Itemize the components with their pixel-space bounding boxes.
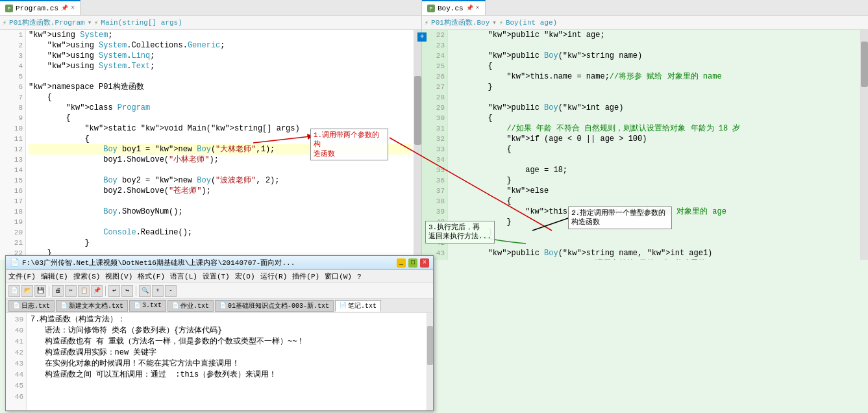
notepad-tab-label: 3.txt bbox=[142, 302, 162, 309]
notepad-title: F:\03广州传智.Net上课视频\DotNet16期基础班\上课内容\2014… bbox=[22, 258, 394, 268]
right-scrollbar[interactable] bbox=[860, 30, 868, 260]
notepad-tab-新建文本文档-txt[interactable]: 📄新建文本文档.txt bbox=[56, 300, 128, 312]
left-nav-method: Main(string[] args) bbox=[101, 19, 182, 27]
toolbar-save[interactable]: 💾 bbox=[34, 285, 46, 297]
notepad-close-button[interactable]: × bbox=[420, 258, 429, 268]
left-nav-class: P01构造函数.Program bbox=[9, 18, 85, 27]
notepad-line-numbers: 3940414243444546 bbox=[6, 313, 27, 410]
toolbar-sep3 bbox=[136, 286, 136, 296]
menu-format[interactable]: 格式(F) bbox=[138, 271, 165, 281]
toolbar-redo[interactable]: ↪ bbox=[121, 285, 133, 297]
notepad-tabs: 📄日志.txt📄新建文本文档.txt📄3.txt📄作业.txt📄01基础班知识点… bbox=[6, 299, 433, 313]
maximize-button[interactable]: □ bbox=[408, 258, 417, 268]
annotation-3: 3.执行完后，再返回来执行方法... bbox=[425, 221, 495, 244]
toolbar-open[interactable]: 📂 bbox=[21, 285, 33, 297]
toolbar-zoom-in[interactable]: + bbox=[152, 285, 164, 297]
right-tab-boy[interactable]: P Boy.cs 📌 × bbox=[422, 0, 486, 15]
notepad-menubar: 文件(F) 编辑(E) 搜索(S) 视图(V) 格式(F) 语言(L) 设置(T… bbox=[6, 270, 433, 283]
right-nav-class: P01构造函数.Boy bbox=[431, 18, 490, 27]
right-nav-method: Boy(int age) bbox=[506, 19, 557, 27]
notepad-tab-icon: 📄 bbox=[340, 302, 347, 309]
toolbar-zoom-out[interactable]: - bbox=[165, 285, 177, 297]
notepad-tab-作业-txt[interactable]: 📄作业.txt bbox=[167, 300, 214, 312]
menu-run[interactable]: 运行(R) bbox=[260, 271, 288, 281]
toolbar-print[interactable]: 🖨 bbox=[52, 285, 64, 297]
left-nav-bar: ⚡ P01构造函数.Program ▾ ⚡ Main(string[] args… bbox=[0, 16, 421, 30]
toolbar-new[interactable]: 📄 bbox=[8, 285, 20, 297]
main-container: P Program.cs 📌 × ⚡ P01构造函数.Program ▾ ⚡ M… bbox=[0, 0, 868, 413]
notepad-tab-label: 01基础班知识点文档-003-新.txt bbox=[228, 301, 329, 310]
menu-search[interactable]: 搜索(S) bbox=[73, 271, 101, 281]
left-nav-separator: ▾ bbox=[88, 18, 92, 27]
right-tab-filename: Boy.cs bbox=[438, 5, 464, 12]
notepad-scrollbar[interactable] bbox=[427, 313, 433, 410]
pin-icon: 📌 bbox=[61, 5, 68, 12]
right-tab-close[interactable]: × bbox=[476, 5, 480, 12]
menu-macro[interactable]: 宏(O) bbox=[235, 271, 255, 281]
right-nav-icon: ⚡ bbox=[425, 19, 428, 27]
toolbar-sep1 bbox=[49, 286, 49, 296]
notepad-text-content[interactable]: 7.构造函数（构造方法）： 语法：访问修饰符 类名（参数列表）{方法体代码} 构… bbox=[27, 313, 427, 410]
left-tab-filename: Program.cs bbox=[16, 5, 58, 12]
add-pane-button[interactable]: + bbox=[417, 32, 427, 42]
menu-settings[interactable]: 设置(T) bbox=[203, 271, 230, 281]
notepad-tab-label: 作业.txt bbox=[180, 301, 209, 310]
right-nav-bar: ⚡ P01构造函数.Boy ▾ ⚡ Boy(int age) bbox=[422, 16, 868, 30]
boy-tab-icon: P bbox=[427, 5, 435, 12]
right-tab-bar: P Boy.cs 📌 × bbox=[422, 0, 868, 16]
left-tab-program[interactable]: P Program.cs 📌 × bbox=[0, 0, 81, 15]
notepad-tab-label: 笔记.txt bbox=[348, 301, 377, 310]
notepad-tab-icon: 📄 bbox=[134, 302, 141, 309]
notepad-tab-label: 日志.txt bbox=[21, 301, 50, 310]
notepad-tab-icon: 📄 bbox=[219, 302, 227, 309]
notepad-line: 在实例化对象的时候调用！不能在其它方法中直接调用！ bbox=[31, 358, 423, 369]
toolbar-cut[interactable]: ✂ bbox=[65, 285, 77, 297]
menu-language[interactable]: 语言(L) bbox=[170, 271, 197, 281]
notepad-icon: 📄 bbox=[10, 258, 19, 268]
left-tab-bar: P Program.cs 📌 × bbox=[0, 0, 421, 16]
right-nav-separator: ▾ bbox=[492, 18, 497, 27]
left-nav-icon2: ⚡ bbox=[94, 19, 98, 27]
notepad-tab-01基础班知识点文档-003-新-txt[interactable]: 📄01基础班知识点文档-003-新.txt bbox=[215, 300, 334, 312]
notepad-tab-日志-txt[interactable]: 📄日志.txt bbox=[8, 300, 55, 312]
notepad-line: 构造函数调用实际：new 关键字 bbox=[31, 347, 423, 358]
notepad-titlebar: 📄 F:\03广州传智.Net上课视频\DotNet16期基础班\上课内容\20… bbox=[6, 256, 433, 270]
notepad-content: 3940414243444546 7.构造函数（构造方法）： 语法：访问修饰符 … bbox=[6, 313, 433, 410]
menu-help[interactable]: ? bbox=[357, 273, 362, 281]
notepad-line: 构造函数也有 有 重载（方法名一样，但是参数的个数或类型不一样）~~！ bbox=[31, 336, 423, 347]
menu-file[interactable]: 文件(F) bbox=[8, 271, 36, 281]
notepad-line: 构造函数之间 可以互相调用：通过 :this（参数列表）来调用！ bbox=[31, 369, 423, 381]
menu-plugins[interactable]: 插件(P) bbox=[292, 271, 319, 281]
notepad-tab-3-txt[interactable]: 📄3.txt bbox=[129, 300, 166, 312]
notepad-tab-笔记-txt[interactable]: 📄笔记.txt bbox=[335, 300, 381, 312]
left-tab-close[interactable]: × bbox=[71, 5, 75, 12]
notepad-tab-icon: 📄 bbox=[60, 302, 68, 309]
right-nav-icon2: ⚡ bbox=[499, 19, 503, 27]
left-line-numbers: 12345678910111213141516171819202122 bbox=[0, 30, 26, 260]
notepad-tab-icon: 📄 bbox=[172, 302, 179, 309]
toolbar-copy[interactable]: 📋 bbox=[78, 285, 90, 297]
notepad-tab-icon: 📄 bbox=[13, 302, 20, 309]
annotation-1: 1.调用带两个参数的构造函数 bbox=[310, 129, 388, 160]
left-scrollbar[interactable] bbox=[414, 30, 421, 260]
menu-view[interactable]: 视图(V) bbox=[105, 271, 132, 281]
left-nav-icon: ⚡ bbox=[3, 19, 6, 27]
toolbar-find[interactable]: 🔍 bbox=[139, 285, 151, 297]
toolbar-undo[interactable]: ↩ bbox=[108, 285, 120, 297]
notepad-tab-label: 新建文本文档.txt bbox=[69, 301, 123, 310]
program-tab-icon: P bbox=[5, 5, 13, 12]
notepad-window: 📄 F:\03广州传智.Net上课视频\DotNet16期基础班\上课内容\20… bbox=[5, 255, 434, 411]
pin-icon-right: 📌 bbox=[466, 5, 473, 12]
toolbar-sep2 bbox=[105, 286, 106, 296]
toolbar-paste[interactable]: 📌 bbox=[91, 285, 103, 297]
menu-window[interactable]: 窗口(W) bbox=[325, 271, 352, 281]
notepad-toolbar: 📄 📂 💾 🖨 ✂ 📋 📌 ↩ ↪ 🔍 + - bbox=[6, 283, 433, 299]
menu-edit[interactable]: 编辑(E) bbox=[41, 271, 68, 281]
notepad-line: 语法：访问修饰符 类名（参数列表）{方法体代码} bbox=[31, 325, 423, 336]
annotation-2: 2.指定调用带一个整型参数的构造函数 bbox=[568, 206, 672, 229]
notepad-line: 7.构造函数（构造方法）： bbox=[31, 314, 423, 325]
minimize-button[interactable]: _ bbox=[397, 258, 406, 268]
